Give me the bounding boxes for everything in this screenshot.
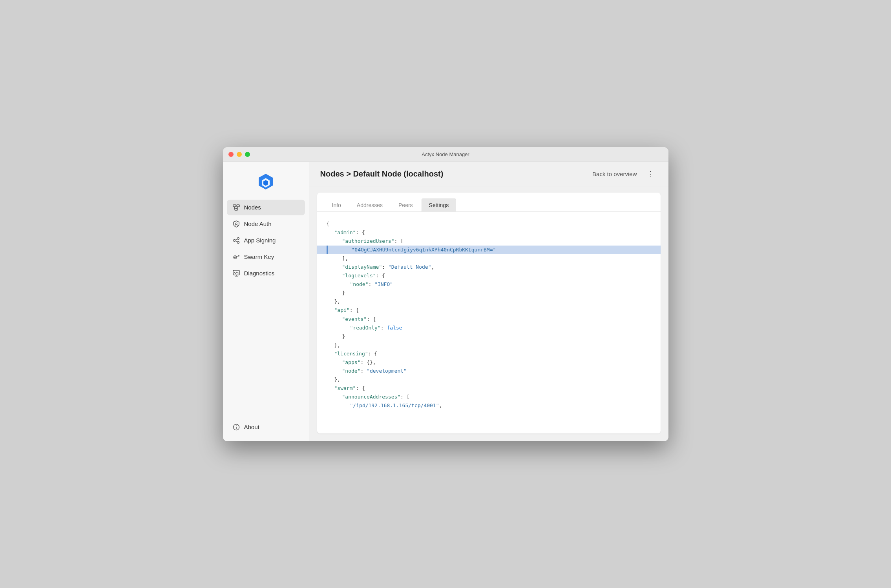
sidebar-item-diagnostics[interactable]: Diagnostics [227,266,305,281]
code-line: "readOnly": false [327,324,651,332]
app-window: Actyx Node Manager [223,147,668,441]
code-line: "swarm": { [327,384,651,393]
sidebar-item-nodes-label: Nodes [244,204,261,211]
close-button[interactable] [228,152,234,157]
tab-info[interactable]: Info [325,198,348,212]
more-options-button[interactable]: ⋮ [643,167,657,180]
sidebar-item-node-auth[interactable]: Node Auth [227,216,305,232]
minimize-button[interactable] [237,152,242,157]
code-line: "events": { [327,315,651,324]
tabs-container: Info Addresses Peers Settings { "admin":… [317,193,661,433]
sidebar-nav: Nodes Node Auth [223,200,309,413]
diagnostics-icon [232,269,240,277]
code-line: "node": "INFO" [327,280,651,289]
node-auth-icon [232,220,240,228]
svg-point-15 [234,256,237,259]
settings-code-editor[interactable]: { "admin": { "authorizedUsers": [ "04OgC… [317,212,661,433]
sidebar-item-app-signing[interactable]: App Signing [227,233,305,248]
app-logo [257,173,274,190]
sidebar-item-about-label: About [244,424,259,430]
sidebar-item-about[interactable]: About [227,419,305,435]
svg-point-12 [237,241,239,243]
nodes-icon [232,204,240,211]
sidebar-item-nodes[interactable]: Nodes [227,200,305,215]
content-body: Info Addresses Peers Settings { "admin":… [309,186,668,441]
svg-rect-4 [233,205,236,207]
code-line: "node": "development" [327,367,651,375]
app-signing-icon [232,237,240,244]
code-line: ], [327,254,651,263]
sidebar-item-diagnostics-label: Diagnostics [244,270,275,277]
sidebar-item-swarm-key[interactable]: Swarm Key [227,249,305,265]
code-line: "admin": { [327,228,651,237]
window-controls [228,152,250,157]
code-line: }, [327,297,651,306]
swarm-key-icon [232,253,240,261]
about-icon [232,423,240,431]
tab-peers[interactable]: Peers [391,198,420,212]
code-line: "displayName": "Default Node", [327,263,651,271]
svg-rect-5 [237,205,239,207]
svg-line-23 [236,272,237,274]
header-actions: Back to overview ⋮ [592,167,657,180]
svg-rect-6 [235,208,237,210]
tab-addresses[interactable]: Addresses [350,198,390,212]
tab-settings[interactable]: Settings [422,198,456,212]
code-line: "licensing": { [327,350,651,358]
sidebar-item-node-auth-label: Node Auth [244,220,272,227]
breadcrumb: Nodes > Default Node (localhost) [320,169,444,178]
code-line: "announceAddresses": [ [327,393,651,401]
sidebar-item-swarm-key-label: Swarm Key [244,253,274,260]
code-line: "apps": {}, [327,358,651,367]
code-line: "/ip4/192.168.1.165/tcp/4001", [327,401,651,410]
code-line: } [327,332,651,341]
svg-point-16 [234,257,236,258]
content-area: Nodes > Default Node (localhost) Back to… [309,162,668,441]
svg-line-24 [237,272,238,273]
code-line: "logLevels": { [327,271,651,280]
svg-line-22 [235,272,236,274]
logo-area [223,168,309,200]
titlebar: Actyx Node Manager [223,147,668,162]
code-line: }, [327,375,651,384]
svg-line-14 [235,240,237,242]
tabs-header: Info Addresses Peers Settings [317,193,661,212]
sidebar-bottom: About [223,413,309,441]
svg-line-13 [235,239,237,240]
code-line: { [327,220,651,228]
back-to-overview-button[interactable]: Back to overview [592,171,637,177]
maximize-button[interactable] [245,152,250,157]
svg-point-10 [233,239,235,241]
sidebar: Nodes Node Auth [223,162,309,441]
sidebar-item-app-signing-label: App Signing [244,237,276,244]
main-layout: Nodes Node Auth [223,162,668,441]
svg-point-30 [236,425,237,426]
code-line: }, [327,341,651,350]
svg-line-17 [236,255,239,257]
svg-line-21 [234,272,235,273]
code-line: } [327,289,651,297]
code-line-highlighted: "04OgCJAXHU9ntcnJgiyv6qInkXPh40nCpRbKKIq… [317,246,661,254]
code-line: "authorizedUsers": [ [327,237,651,246]
window-title: Actyx Node Manager [422,151,469,157]
svg-point-11 [237,237,239,239]
code-line: "api": { [327,306,651,315]
content-header: Nodes > Default Node (localhost) Back to… [309,162,668,186]
